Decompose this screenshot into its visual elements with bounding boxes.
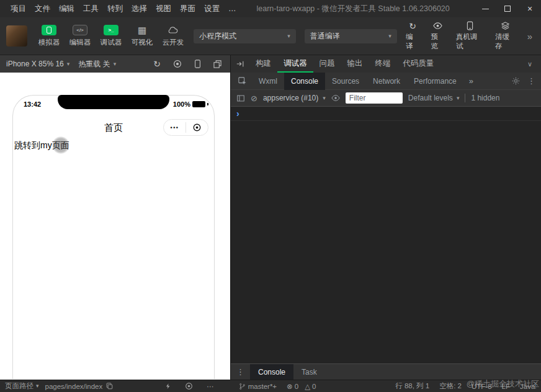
menu-more[interactable]: … xyxy=(224,0,241,17)
clear-cache-button[interactable]: 清缓存 xyxy=(495,21,516,51)
kebab-menu-icon[interactable]: ⋮ xyxy=(527,76,535,86)
preview-button[interactable]: 预览 xyxy=(431,21,445,51)
battery-icon xyxy=(192,101,205,107)
tab-network[interactable]: Network xyxy=(366,73,407,90)
execution-context-value: appservice (#10) xyxy=(263,94,318,102)
git-branch-indicator[interactable]: master*+ xyxy=(239,383,277,390)
menu-view[interactable]: 视图 xyxy=(151,0,176,17)
capsule-more-button[interactable]: ••• xyxy=(164,125,186,131)
tab-build[interactable]: 构建 xyxy=(249,55,277,73)
simulator-button[interactable]: 模拟器 xyxy=(37,25,61,47)
menu-select[interactable]: 选择 xyxy=(127,0,151,17)
problems-indicator[interactable]: ⊗ 0 △ 0 xyxy=(287,382,316,391)
toolbar-overflow-button[interactable]: » xyxy=(525,31,535,42)
filter-input[interactable] xyxy=(346,92,403,104)
debugger-panel: 构建 调试器 问题 输出 终端 代码质量 ∨ Wxml Console Sour… xyxy=(231,55,541,380)
menu-settings[interactable]: 设置 xyxy=(200,0,224,17)
inspect-element-icon[interactable] xyxy=(233,77,252,86)
more-tabs-button[interactable]: » xyxy=(463,76,479,86)
warning-icon: △ xyxy=(305,382,310,391)
error-count: 0 xyxy=(295,383,298,390)
git-branch-name: master*+ xyxy=(248,383,277,390)
tab-sources[interactable]: Sources xyxy=(325,73,366,90)
close-button[interactable]: × xyxy=(519,0,541,17)
dropdown-icon: ▾ xyxy=(287,33,290,39)
maximize-button[interactable] xyxy=(496,0,519,17)
gear-icon[interactable] xyxy=(512,77,520,85)
drawer-kebab-icon[interactable]: ⋮ xyxy=(231,364,250,380)
visualization-label: 可视化 xyxy=(132,38,153,47)
user-avatar[interactable] xyxy=(6,25,27,47)
console-prompt-row[interactable]: › xyxy=(231,107,541,121)
minimize-button[interactable] xyxy=(474,0,496,17)
menu-file[interactable]: 文件 xyxy=(30,0,55,17)
drawer-tab-task[interactable]: Task xyxy=(293,364,325,380)
eye-icon xyxy=(433,21,442,30)
remote-debug-label: 真机调试 xyxy=(456,32,484,51)
compile-mode-select[interactable]: 普通编译 ▾ xyxy=(305,29,397,43)
log-levels-select[interactable]: Default levels ▾ xyxy=(408,94,460,102)
device-select[interactable]: iPhone X 85% 16 ▾ xyxy=(6,60,69,68)
refresh-icon[interactable]: ↻ xyxy=(153,60,161,68)
detach-window-icon[interactable] xyxy=(213,60,221,68)
copy-path-icon[interactable] xyxy=(106,383,113,390)
phone-screen[interactable]: 13:42 100% 首页 ••• 跳转到my页面 xyxy=(12,95,215,379)
remote-debug-button[interactable]: 真机调试 xyxy=(456,21,484,51)
touch-ripple xyxy=(52,136,69,154)
compile-label: 编译 xyxy=(406,32,420,51)
tab-performance[interactable]: Performance xyxy=(407,73,463,90)
tab-terminal[interactable]: 终端 xyxy=(369,55,397,73)
clear-cache-label: 清缓存 xyxy=(495,32,516,51)
hot-reload-value: 热重载 关 xyxy=(78,59,110,69)
dock-side-icon[interactable] xyxy=(236,60,244,68)
record-icon[interactable] xyxy=(173,60,182,68)
eye-icon[interactable] xyxy=(331,94,340,102)
console-output[interactable]: › xyxy=(231,107,541,363)
editor-button[interactable]: </> 编辑器 xyxy=(68,25,92,47)
menu-edit[interactable]: 编辑 xyxy=(55,0,79,17)
console-sidebar-icon[interactable] xyxy=(236,94,245,102)
simulator-toolbar: iPhone X 85% 16 ▾ 热重载 关 ▾ ↻ xyxy=(0,55,230,73)
device-frame-icon[interactable] xyxy=(194,60,201,68)
watch-icon[interactable] xyxy=(185,382,193,390)
menu-interface[interactable]: 界面 xyxy=(176,0,200,17)
battery-percent: 100% xyxy=(173,100,190,108)
console-prompt-icon: › xyxy=(236,109,239,118)
indentation-setting[interactable]: 空格: 2 xyxy=(439,381,462,391)
hot-reload-select[interactable]: 热重载 关 ▾ xyxy=(78,59,116,69)
compile-select-value: 普通编译 xyxy=(310,31,382,42)
cloud-dev-button[interactable]: 云开发 xyxy=(161,25,185,47)
menu-goto[interactable]: 转到 xyxy=(103,0,127,17)
mode-select[interactable]: 小程序模式 ▾ xyxy=(194,29,296,43)
debugger-button[interactable]: >_ 调试器 xyxy=(99,25,123,47)
tab-problems[interactable]: 问题 xyxy=(313,55,341,73)
watermark: @稀土掘金技术社区 xyxy=(467,378,539,390)
tab-debugger[interactable]: 调试器 xyxy=(277,55,313,73)
debugger-icon: >_ xyxy=(104,25,118,35)
tab-output[interactable]: 输出 xyxy=(341,55,369,73)
collapse-panel-icon[interactable]: ∨ xyxy=(524,60,536,68)
menu-project[interactable]: 项目 xyxy=(6,0,30,17)
status-time: 13:42 xyxy=(24,100,41,108)
mode-select-value: 小程序模式 xyxy=(199,31,280,42)
app-window: 项目 文件 编辑 工具 转到 选择 视图 界面 设置 … learn-taro-… xyxy=(0,0,541,392)
clear-console-icon[interactable]: ⊘ xyxy=(251,94,257,102)
visualization-button[interactable]: ▦ 可视化 xyxy=(130,25,154,47)
drawer-tab-console[interactable]: Console xyxy=(250,364,293,380)
cloud-dev-label: 云开发 xyxy=(163,38,184,47)
capsule-close-button[interactable] xyxy=(186,123,208,132)
git-branch-icon xyxy=(239,383,246,390)
menu-tools[interactable]: 工具 xyxy=(79,0,103,17)
cursor-position[interactable]: 行 88, 列 1 xyxy=(395,381,429,391)
tab-console[interactable]: Console xyxy=(284,73,325,90)
compile-button[interactable]: ↻ 编译 xyxy=(406,21,420,51)
console-toolbar: ⊘ appservice (#10) ▾ Default levels ▾ 1 … xyxy=(231,90,541,107)
page-path-select[interactable]: 页面路径 ▾ xyxy=(5,381,39,391)
more-actions-icon[interactable]: ⋯ xyxy=(207,382,214,391)
dropdown-icon: ▾ xyxy=(67,61,70,67)
tab-wxml[interactable]: Wxml xyxy=(252,73,284,90)
bolt-icon[interactable] xyxy=(165,382,171,390)
execution-context-select[interactable]: appservice (#10) ▾ xyxy=(263,94,326,102)
tab-code-quality[interactable]: 代码质量 xyxy=(397,55,440,73)
miniprogram-capsule: ••• xyxy=(163,119,208,136)
